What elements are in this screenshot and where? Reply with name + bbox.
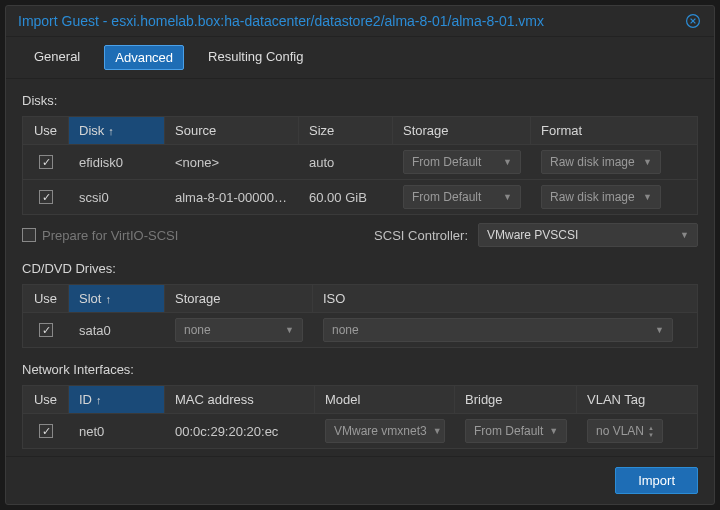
tab-resulting-config[interactable]: Resulting Config	[198, 45, 313, 70]
col-use[interactable]: Use	[23, 285, 69, 312]
disk-size: auto	[299, 150, 393, 175]
tab-advanced[interactable]: Advanced	[104, 45, 184, 70]
col-storage[interactable]: Storage	[393, 117, 531, 144]
prepare-virtio-label: Prepare for VirtIO-SCSI	[42, 228, 178, 243]
table-row[interactable]: efidisk0 <none> auto From Default▼ Raw d…	[22, 145, 698, 180]
format-select[interactable]: Raw disk image▼	[541, 150, 661, 174]
sort-asc-icon: ↑	[105, 293, 111, 305]
spinner-icon: ▲▼	[648, 425, 654, 438]
cd-label: CD/DVD Drives:	[22, 261, 698, 276]
vlan-tag-input[interactable]: no VLAN▲▼	[587, 419, 663, 443]
chevron-down-icon: ▼	[433, 426, 442, 436]
col-use[interactable]: Use	[23, 117, 69, 144]
iso-select[interactable]: none▼	[323, 318, 673, 342]
disks-header: Use Disk↑ Source Size Storage Format	[22, 116, 698, 145]
disks-label: Disks:	[22, 93, 698, 108]
col-use[interactable]: Use	[23, 386, 69, 413]
use-checkbox[interactable]	[39, 323, 53, 337]
scsi-controller-select[interactable]: VMware PVSCSI▼	[478, 223, 698, 247]
col-model[interactable]: Model	[315, 386, 455, 413]
import-button[interactable]: Import	[615, 467, 698, 494]
chevron-down-icon: ▼	[503, 192, 512, 202]
table-row[interactable]: scsi0 alma-8-01-000002.… 60.00 GiB From …	[22, 180, 698, 215]
chevron-down-icon: ▼	[680, 230, 689, 240]
col-disk[interactable]: Disk↑	[69, 117, 165, 144]
chevron-down-icon: ▼	[549, 426, 558, 436]
disk-name: efidisk0	[69, 150, 165, 175]
col-format[interactable]: Format	[531, 117, 671, 144]
chevron-down-icon: ▼	[643, 157, 652, 167]
bridge-select[interactable]: From Default▼	[465, 419, 567, 443]
col-slot[interactable]: Slot↑	[69, 285, 165, 312]
chevron-down-icon: ▼	[655, 325, 664, 335]
prepare-virtio-checkbox[interactable]	[22, 228, 36, 242]
net-header: Use ID↑ MAC address Model Bridge VLAN Ta…	[22, 385, 698, 414]
cd-header: Use Slot↑ Storage ISO	[22, 284, 698, 313]
col-size[interactable]: Size	[299, 117, 393, 144]
disk-name: scsi0	[69, 185, 165, 210]
chevron-down-icon: ▼	[643, 192, 652, 202]
disk-source: <none>	[165, 150, 299, 175]
col-id[interactable]: ID↑	[69, 386, 165, 413]
cd-storage-select[interactable]: none▼	[175, 318, 303, 342]
dialog-title: Import Guest - esxi.homelab.box:ha-datac…	[18, 13, 684, 29]
col-source[interactable]: Source	[165, 117, 299, 144]
scsi-controller-label: SCSI Controller:	[374, 228, 468, 243]
storage-select[interactable]: From Default▼	[403, 185, 521, 209]
network-label: Network Interfaces:	[22, 362, 698, 377]
cd-slot: sata0	[69, 318, 165, 343]
table-row[interactable]: net0 00:0c:29:20:20:ec VMware vmxnet3▼ F…	[22, 414, 698, 449]
disk-size: 60.00 GiB	[299, 185, 393, 210]
close-icon	[685, 13, 701, 29]
use-checkbox[interactable]	[39, 424, 53, 438]
tab-general[interactable]: General	[24, 45, 90, 70]
sort-asc-icon: ↑	[96, 394, 102, 406]
net-mac: 00:0c:29:20:20:ec	[165, 419, 315, 444]
col-storage[interactable]: Storage	[165, 285, 313, 312]
disk-source: alma-8-01-000002.…	[165, 185, 299, 210]
col-bridge[interactable]: Bridge	[455, 386, 577, 413]
net-id: net0	[69, 419, 165, 444]
use-checkbox[interactable]	[39, 190, 53, 204]
table-row[interactable]: sata0 none▼ none▼	[22, 313, 698, 348]
format-select[interactable]: Raw disk image▼	[541, 185, 661, 209]
chevron-down-icon: ▼	[503, 157, 512, 167]
model-select[interactable]: VMware vmxnet3▼	[325, 419, 445, 443]
col-iso[interactable]: ISO	[313, 285, 683, 312]
tab-bar: General Advanced Resulting Config	[6, 37, 714, 79]
col-vlan[interactable]: VLAN Tag	[577, 386, 673, 413]
chevron-down-icon: ▼	[285, 325, 294, 335]
col-mac[interactable]: MAC address	[165, 386, 315, 413]
storage-select[interactable]: From Default▼	[403, 150, 521, 174]
use-checkbox[interactable]	[39, 155, 53, 169]
sort-asc-icon: ↑	[108, 125, 114, 137]
close-button[interactable]	[684, 12, 702, 30]
